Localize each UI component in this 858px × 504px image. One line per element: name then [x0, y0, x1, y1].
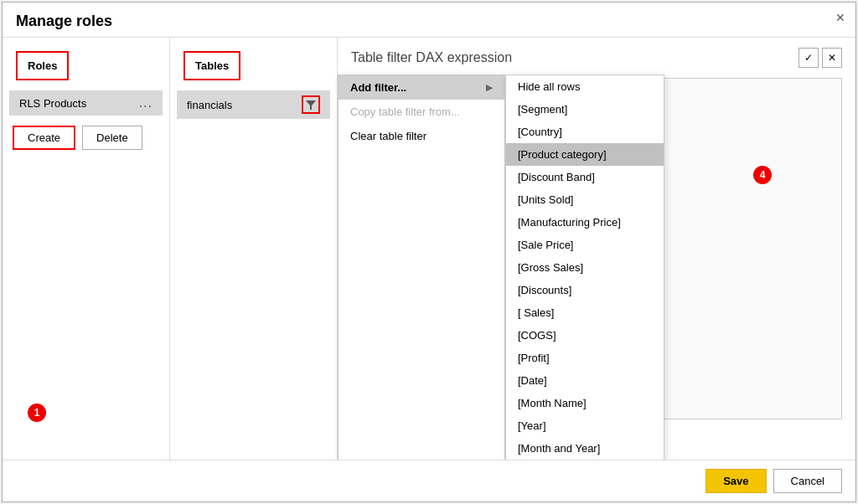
submenu-item[interactable]: [Units Sold] — [506, 188, 664, 211]
delete-role-button[interactable]: Delete — [82, 126, 142, 150]
submenu-item[interactable]: [Month and Year] — [506, 437, 664, 460]
dax-panel-title: Table filter DAX expression — [351, 50, 512, 65]
table-item-financials[interactable]: financials — [177, 90, 330, 119]
table-item-name: financials — [187, 99, 232, 111]
context-menu-container: Add filter... ▶ Copy table filter from..… — [338, 75, 664, 460]
submenu-item[interactable]: [Year] — [506, 414, 664, 437]
submenu-item[interactable]: [ Sales] — [506, 301, 664, 324]
role-item-options-icon[interactable]: ... — [139, 95, 152, 111]
submenu-item[interactable]: [Profit] — [506, 347, 664, 369]
tables-panel-header: Tables — [183, 51, 240, 80]
submenu-item[interactable]: [Gross Sales] — [506, 256, 664, 279]
submenu-item[interactable]: Hide all rows — [506, 75, 664, 98]
clear-filter-label: Clear table filter — [350, 130, 426, 142]
submenu-item[interactable]: [Sale Price] — [506, 234, 664, 256]
create-role-button[interactable]: Create — [13, 126, 75, 150]
submenu-item[interactable]: [Discounts] — [506, 279, 664, 301]
dialog-title: Manage roles — [3, 3, 855, 38]
cancel-button[interactable]: Cancel — [773, 469, 842, 493]
dax-panel: Table filter DAX expression ✓ ✕ Filter t… — [338, 38, 855, 460]
submenu-item[interactable]: [Segment] — [506, 98, 664, 121]
tables-panel: Tables financials — [170, 38, 338, 460]
dialog-body: Roles RLS Products ... Create Delete Tab… — [3, 38, 855, 460]
dax-close-icon[interactable]: ✕ — [822, 48, 842, 68]
dax-confirm-icon[interactable]: ✓ — [799, 48, 819, 68]
save-button[interactable]: Save — [706, 469, 766, 493]
dax-header: Table filter DAX expression ✓ ✕ — [351, 48, 842, 68]
close-dialog-icon[interactable]: ✕ — [832, 9, 849, 26]
svg-marker-0 — [306, 100, 316, 110]
role-action-buttons: Create Delete — [3, 119, 169, 157]
add-filter-menu-item[interactable]: Add filter... ▶ — [339, 75, 504, 100]
manage-roles-dialog: ✕ Manage roles Roles RLS Products ... Cr… — [2, 2, 856, 502]
table-filter-icon[interactable] — [302, 95, 320, 114]
add-filter-context-menu: Add filter... ▶ Copy table filter from..… — [338, 75, 505, 460]
copy-filter-menu-item: Copy table filter from... — [339, 100, 504, 124]
add-filter-label: Add filter... — [350, 81, 406, 94]
filter-submenu: Hide all rows[Segment][Country][Product … — [505, 75, 664, 460]
dialog-footer: Save Cancel — [3, 460, 855, 501]
submenu-item[interactable]: [Date] — [506, 369, 664, 392]
badge-4: 4 — [753, 166, 772, 184]
clear-filter-menu-item[interactable]: Clear table filter — [339, 124, 504, 148]
filter-svg-icon — [305, 99, 317, 111]
arrow-icon: ▶ — [486, 83, 493, 92]
submenu-item[interactable]: [Product category] — [506, 143, 664, 166]
copy-filter-label: Copy table filter from... — [350, 105, 460, 118]
submenu-item[interactable]: [Country] — [506, 121, 664, 143]
submenu-item[interactable]: [Discount Band] — [506, 166, 664, 188]
roles-panel: Roles RLS Products ... Create Delete — [3, 38, 170, 460]
submenu-item[interactable]: [Month Name] — [506, 392, 664, 414]
submenu-item[interactable]: [COGS] — [506, 324, 664, 347]
submenu-item[interactable]: [Manufacturing Price] — [506, 211, 664, 234]
roles-panel-header: Roles — [16, 51, 69, 80]
role-item-rls-products[interactable]: RLS Products ... — [9, 90, 163, 116]
role-item-name: RLS Products — [19, 97, 86, 110]
badge-1: 1 — [28, 404, 46, 422]
dax-action-icons: ✓ ✕ — [799, 48, 842, 68]
